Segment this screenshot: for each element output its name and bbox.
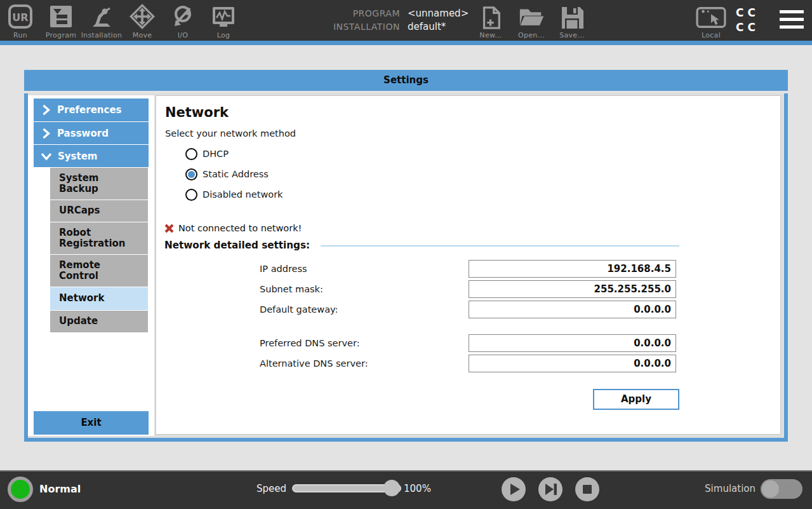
simulation-label: Simulation xyxy=(689,483,755,494)
speed-slider-thumb[interactable] xyxy=(383,480,400,496)
nav-program-label: Program xyxy=(46,31,77,39)
sidebar-item-label: Robot Registration xyxy=(59,227,126,250)
radio-option-dhcp[interactable]: DHCP xyxy=(185,147,229,161)
new-file-icon xyxy=(480,6,502,30)
bottom-bar: Normal Speed 100% Simulation xyxy=(0,470,812,509)
radio-option-static-address[interactable]: Static Address xyxy=(185,167,269,181)
log-monitor-icon xyxy=(211,4,236,29)
sidebar-item-update[interactable]: Update xyxy=(50,311,148,332)
sidebar-item-urcaps[interactable]: URCaps xyxy=(50,200,148,222)
step-button[interactable] xyxy=(538,477,562,501)
alternative-dns-input[interactable] xyxy=(469,355,676,372)
preferred-dns-label: Preferred DNS server: xyxy=(260,334,360,352)
local-screen-hand-icon xyxy=(695,5,728,31)
radio-dhcp[interactable] xyxy=(185,148,197,160)
dialog-body: Preferences Password System System Backu… xyxy=(24,93,788,442)
sidebar-item-network[interactable]: Network xyxy=(50,287,148,310)
chevron-down-icon xyxy=(41,152,52,161)
clock-row-1: C C xyxy=(736,6,771,20)
nav-program[interactable]: Program xyxy=(41,0,81,41)
chevron-right-icon xyxy=(41,104,51,116)
sidebar-item-remote-control[interactable]: Remote Control xyxy=(50,255,148,287)
nav-move[interactable]: Move xyxy=(122,0,163,41)
network-status-text: Not connected to network! xyxy=(178,223,302,233)
nav-move-label: Move xyxy=(133,31,152,39)
default-gateway-label: Default gateway: xyxy=(260,301,338,318)
error-x-icon xyxy=(164,224,174,233)
open-label: Open... xyxy=(518,31,545,39)
nav-installation[interactable]: Installation xyxy=(81,0,122,41)
ip-address-label: IP address xyxy=(260,260,307,278)
subnet-mask-input[interactable] xyxy=(469,280,676,298)
radio-disabled-network[interactable] xyxy=(185,189,197,201)
network-method-prompt: Select your network method xyxy=(165,128,296,139)
save-button[interactable]: Save... xyxy=(552,0,592,41)
radio-static-address[interactable] xyxy=(185,168,197,180)
sidebar-item-preferences[interactable]: Preferences xyxy=(34,98,149,121)
alternative-dns-label: Alternative DNS server: xyxy=(260,355,368,372)
sidebar-item-label: Network xyxy=(59,293,104,304)
settings-dialog: Settings Preferences Password System Sys… xyxy=(24,70,788,442)
page-title: Network xyxy=(165,105,229,120)
sidebar-item-system-backup[interactable]: System Backup xyxy=(50,168,148,200)
play-icon xyxy=(502,477,526,501)
chevron-right-icon xyxy=(41,128,51,139)
clock-row-2: C C xyxy=(736,20,771,35)
local-mode-button[interactable]: Local xyxy=(693,0,729,41)
local-label: Local xyxy=(702,31,721,39)
robot-status-label: Normal xyxy=(39,477,81,502)
file-actions: New... Open... Save... xyxy=(470,0,592,41)
section-divider xyxy=(321,245,679,247)
radio-static-address-label: Static Address xyxy=(203,169,269,179)
ur-logo-icon: UR xyxy=(8,4,33,29)
clock-display: C C C C xyxy=(736,6,771,35)
nav-log-label: Log xyxy=(217,31,230,39)
hamburger-menu-button[interactable] xyxy=(780,10,804,31)
nav-io[interactable]: I/O xyxy=(163,0,203,41)
play-button[interactable] xyxy=(502,477,526,501)
nav-io-label: I/O xyxy=(178,31,189,39)
move-arrows-icon xyxy=(130,4,155,29)
new-button[interactable]: New... xyxy=(470,0,511,41)
new-label: New... xyxy=(479,31,502,39)
save-disk-icon xyxy=(561,6,583,29)
nav-run-label: Run xyxy=(13,31,27,39)
exit-button[interactable]: Exit xyxy=(34,411,149,435)
hamburger-bar xyxy=(780,18,804,21)
hamburger-bar xyxy=(780,25,804,29)
subnet-mask-label: Subnet mask: xyxy=(260,280,323,298)
step-icon xyxy=(538,477,562,501)
program-tree-icon xyxy=(48,4,74,29)
ip-address-input[interactable] xyxy=(469,260,676,278)
simulation-toggle-knob xyxy=(762,480,779,498)
polyscope-screen: UR Run Program Installation Move I/O xyxy=(0,0,812,509)
stop-button[interactable] xyxy=(575,477,599,501)
top-bar: UR Run Program Installation Move I/O xyxy=(0,0,812,41)
sidebar-item-robot-registration[interactable]: Robot Registration xyxy=(50,222,148,254)
preferred-dns-input[interactable] xyxy=(469,334,676,352)
program-info: PROGRAM <unnamed> INSTALLATION default* xyxy=(289,7,469,34)
sidebar-item-label: Preferences xyxy=(57,104,122,116)
radio-option-disabled-network[interactable]: Disabled network xyxy=(185,187,283,201)
default-gateway-input[interactable] xyxy=(469,301,676,318)
apply-button[interactable]: Apply xyxy=(593,389,679,410)
nav-run[interactable]: UR Run xyxy=(0,0,41,41)
radio-dhcp-label: DHCP xyxy=(203,149,229,159)
open-button[interactable]: Open... xyxy=(511,0,552,41)
sidebar-item-system[interactable]: System xyxy=(34,145,149,167)
nav-log[interactable]: Log xyxy=(203,0,244,41)
nav-installation-label: Installation xyxy=(81,31,123,39)
sidebar-item-password[interactable]: Password xyxy=(34,122,149,144)
settings-sidebar: Preferences Password System System Backu… xyxy=(28,95,154,436)
network-status: Not connected to network! xyxy=(164,223,302,233)
simulation-toggle[interactable] xyxy=(761,479,802,499)
sidebar-item-label: System Backup xyxy=(59,173,98,195)
sidebar-item-label: Update xyxy=(59,316,98,327)
io-icon xyxy=(170,4,196,29)
detailed-settings-title: Network detailed settings: xyxy=(164,240,310,251)
speed-value: 100% xyxy=(404,483,431,494)
main-nav: UR Run Program Installation Move I/O xyxy=(0,0,244,41)
program-label: PROGRAM xyxy=(289,7,400,20)
sidebar-item-label: Remote Control xyxy=(59,260,100,282)
robot-status-light[interactable] xyxy=(8,477,33,502)
